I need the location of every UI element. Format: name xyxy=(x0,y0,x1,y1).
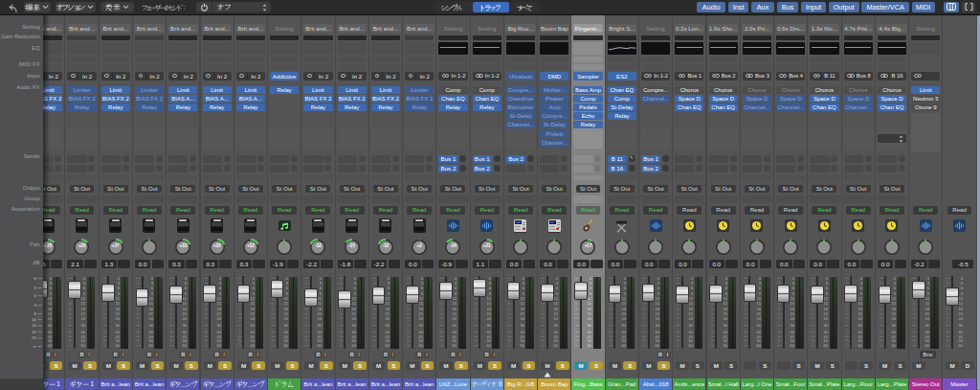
svg-text:6: 6 xyxy=(826,286,829,290)
svg-text:9: 9 xyxy=(894,291,897,296)
svg-text:3: 3 xyxy=(34,286,37,290)
svg-text:21: 21 xyxy=(689,311,694,316)
svg-text:15: 15 xyxy=(216,301,221,306)
svg-text:21: 21 xyxy=(858,311,862,316)
svg-text:24: 24 xyxy=(520,316,524,321)
svg-text:6: 6 xyxy=(34,276,37,281)
svg-text:6: 6 xyxy=(792,286,795,290)
svg-text:21: 21 xyxy=(183,311,188,316)
svg-text:6: 6 xyxy=(691,286,694,290)
svg-text:6: 6 xyxy=(353,286,356,290)
svg-text:24: 24 xyxy=(318,316,323,321)
svg-text:24: 24 xyxy=(351,316,356,321)
svg-text:21: 21 xyxy=(588,311,592,316)
svg-text:50: 50 xyxy=(385,338,390,343)
svg-text:6: 6 xyxy=(252,286,255,290)
svg-text:10: 10 xyxy=(32,317,36,322)
svg-text:21: 21 xyxy=(250,311,255,316)
svg-text:60: 60 xyxy=(385,343,390,348)
svg-text:∞: ∞ xyxy=(33,344,36,349)
svg-text:30: 30 xyxy=(891,323,896,328)
svg-text:30: 30 xyxy=(115,323,120,328)
svg-text:9: 9 xyxy=(388,291,390,296)
svg-text:50: 50 xyxy=(351,338,356,343)
svg-text:30: 30 xyxy=(588,323,592,328)
svg-text:24: 24 xyxy=(588,316,592,321)
svg-text:30: 30 xyxy=(486,323,491,328)
svg-text:24: 24 xyxy=(723,316,727,321)
svg-text:6: 6 xyxy=(623,286,626,290)
svg-text:30: 30 xyxy=(655,323,659,328)
svg-text:9: 9 xyxy=(927,291,930,296)
svg-text:50: 50 xyxy=(621,338,626,343)
svg-text:0: 0 xyxy=(455,276,457,281)
svg-text:15: 15 xyxy=(419,301,424,306)
svg-text:50: 50 xyxy=(891,338,896,343)
svg-text:60: 60 xyxy=(419,343,424,348)
svg-text:6: 6 xyxy=(556,286,559,290)
svg-text:24: 24 xyxy=(655,316,659,321)
svg-text:9: 9 xyxy=(218,291,221,296)
svg-text:6: 6 xyxy=(83,286,86,290)
svg-text:24: 24 xyxy=(250,316,255,321)
svg-text:15: 15 xyxy=(385,301,390,306)
svg-text:30: 30 xyxy=(723,323,727,328)
svg-text:9: 9 xyxy=(151,291,154,296)
svg-text:24: 24 xyxy=(148,316,153,321)
svg-text:15: 15 xyxy=(689,301,694,306)
svg-text:0: 0 xyxy=(724,276,727,281)
svg-text:0: 0 xyxy=(252,276,255,281)
svg-text:0: 0 xyxy=(691,276,694,281)
svg-text:15: 15 xyxy=(655,301,659,306)
svg-text:0: 0 xyxy=(488,276,491,281)
svg-text:21: 21 xyxy=(351,311,356,316)
svg-text:50: 50 xyxy=(318,338,323,343)
svg-text:9: 9 xyxy=(488,291,491,296)
svg-text:9: 9 xyxy=(792,291,795,296)
svg-text:15: 15 xyxy=(790,301,794,306)
svg-text:50: 50 xyxy=(453,338,457,343)
svg-text:50: 50 xyxy=(824,338,829,343)
svg-text:21: 21 xyxy=(925,311,930,316)
svg-text:30: 30 xyxy=(824,323,829,328)
svg-text:6: 6 xyxy=(894,286,897,290)
svg-text:50: 50 xyxy=(183,338,188,343)
svg-text:9: 9 xyxy=(117,291,120,296)
svg-text:15: 15 xyxy=(318,301,323,306)
svg-text:6: 6 xyxy=(590,286,592,290)
svg-text:21: 21 xyxy=(790,311,794,316)
svg-text:21: 21 xyxy=(520,311,524,316)
svg-text:21: 21 xyxy=(318,311,323,316)
svg-text:30: 30 xyxy=(419,323,424,328)
svg-text:60: 60 xyxy=(453,343,457,348)
svg-text:21: 21 xyxy=(453,311,457,316)
svg-text:50: 50 xyxy=(689,338,694,343)
svg-text:21: 21 xyxy=(81,311,86,316)
svg-text:60: 60 xyxy=(318,343,323,348)
svg-text:60: 60 xyxy=(689,343,694,348)
svg-text:6: 6 xyxy=(421,286,424,290)
svg-text:6: 6 xyxy=(759,286,762,290)
svg-text:24: 24 xyxy=(385,316,390,321)
svg-text:21: 21 xyxy=(723,311,727,316)
svg-text:50: 50 xyxy=(486,338,491,343)
svg-text:6: 6 xyxy=(117,286,120,290)
svg-text:6: 6 xyxy=(34,311,37,316)
svg-text:6: 6 xyxy=(320,286,323,290)
svg-text:30: 30 xyxy=(250,323,255,328)
svg-text:0: 0 xyxy=(353,276,356,281)
svg-text:24: 24 xyxy=(216,316,221,321)
svg-text:60: 60 xyxy=(621,343,626,348)
svg-text:25: 25 xyxy=(32,335,36,340)
svg-text:0: 0 xyxy=(792,276,795,281)
svg-text:21: 21 xyxy=(148,311,153,316)
svg-text:30: 30 xyxy=(283,323,288,328)
svg-text:21: 21 xyxy=(419,311,424,316)
svg-text:0: 0 xyxy=(34,293,37,298)
svg-text:60: 60 xyxy=(351,343,356,348)
svg-text:0: 0 xyxy=(556,276,559,281)
svg-text:15: 15 xyxy=(351,301,356,306)
svg-text:24: 24 xyxy=(689,316,694,321)
svg-text:24: 24 xyxy=(925,316,930,321)
svg-text:9: 9 xyxy=(759,291,762,296)
